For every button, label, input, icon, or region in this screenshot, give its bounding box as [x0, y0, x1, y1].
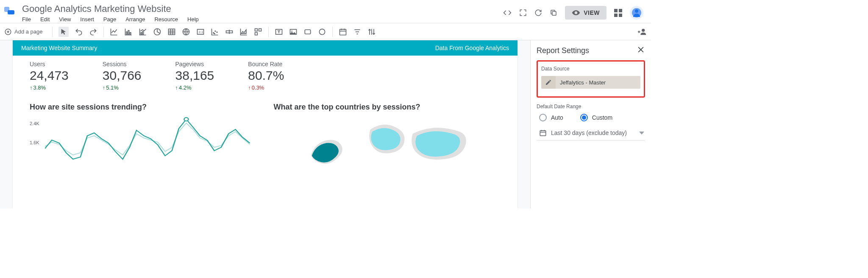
add-page-button[interactable]: Add a page [4, 28, 46, 36]
date-range-select[interactable]: Last 30 days (exclude today) [537, 127, 645, 140]
menu-insert[interactable]: Insert [80, 16, 94, 22]
menu-page[interactable]: Page [103, 16, 116, 22]
toolbar: Add a page 2.1 [0, 23, 651, 40]
date-range-radios: Auto Custom [537, 114, 645, 121]
line-chart-icon[interactable] [110, 28, 118, 36]
combo-chart-icon[interactable] [139, 28, 147, 36]
pie-chart-icon[interactable] [153, 28, 161, 36]
date-range-icon[interactable] [339, 28, 347, 36]
svg-rect-10 [168, 29, 175, 34]
scorecard-value: 80.7% [248, 68, 284, 83]
data-source-label: Data Source [541, 66, 640, 72]
bullet-chart-icon[interactable] [225, 28, 234, 36]
table-chart-icon[interactable] [167, 28, 176, 36]
filter-control-icon[interactable] [353, 28, 362, 36]
eye-icon [572, 8, 580, 17]
settings-panel: Report Settings Data Source Jeffalytics … [530, 40, 651, 208]
scorecard-icon[interactable]: 2.1 [196, 28, 205, 36]
undo-icon[interactable] [75, 28, 83, 36]
report-sections: How are site sessions trending? 2.4K 1.6… [13, 94, 517, 180]
account-avatar[interactable] [630, 6, 643, 20]
rectangle-icon[interactable] [303, 28, 312, 36]
svg-rect-7 [141, 32, 142, 34]
add-page-label: Add a page [14, 28, 43, 35]
calendar-icon [539, 129, 547, 137]
app-logo [4, 5, 16, 17]
scorecard-label: Sessions [103, 61, 142, 67]
svg-point-20 [217, 32, 217, 33]
y-tick: 2.4K [30, 121, 39, 126]
image-icon[interactable] [289, 28, 298, 36]
svg-rect-32 [305, 30, 310, 34]
redo-icon[interactable] [89, 28, 97, 36]
svg-rect-24 [255, 28, 257, 31]
document-title[interactable]: Google Analytics Marketing Website [20, 3, 199, 15]
select-tool-icon[interactable] [58, 27, 69, 37]
apps-icon[interactable] [614, 9, 622, 17]
scorecard-delta: 4.2% [175, 84, 214, 91]
svg-point-33 [319, 29, 325, 34]
date-range-value: Last 30 days (exclude today) [551, 129, 627, 136]
circle-icon[interactable] [318, 28, 326, 36]
add-people-icon[interactable] [637, 27, 647, 37]
app-header: Google Analytics Marketing Website File … [0, 0, 651, 23]
data-source-select[interactable]: Jeffalytics - Master [541, 76, 640, 89]
close-icon[interactable] [637, 45, 645, 56]
scorecard-delta: 0.3% [248, 84, 284, 91]
arrow-up-icon [30, 84, 33, 91]
y-tick: 1.6K [30, 140, 39, 145]
scorecard-pageviews[interactable]: Pageviews 38,165 4.2% [175, 61, 214, 91]
report-page: Marketing Website Summary Data From Goog… [13, 40, 517, 208]
radio-label: Custom [592, 114, 612, 121]
refresh-icon[interactable] [534, 9, 542, 17]
scorecard-delta: 5.1% [103, 84, 142, 91]
scorecard-sessions[interactable]: Sessions 30,766 5.1% [103, 61, 142, 91]
svg-text:2.1: 2.1 [198, 30, 203, 34]
text-box-icon[interactable] [275, 28, 283, 36]
scorecard-bounce-rate[interactable]: Bounce Rate 80.7% 0.3% [248, 61, 284, 91]
radio-custom[interactable]: Custom [580, 114, 612, 121]
toolbar-separator [332, 27, 333, 37]
geo-map[interactable] [274, 117, 501, 180]
data-source-name: Jeffalytics - Master [556, 76, 640, 89]
svg-point-47 [184, 118, 188, 121]
scorecard-users[interactable]: Users 24,473 3.8% [30, 61, 69, 91]
arrow-up-icon [175, 84, 178, 91]
menu-view[interactable]: View [59, 16, 71, 22]
svg-rect-34 [339, 29, 346, 35]
map-svg [274, 117, 501, 180]
menu-edit[interactable]: Edit [40, 16, 50, 22]
panel-header: Report Settings [537, 45, 645, 56]
section-title: What are the top countries by sessions? [274, 103, 501, 112]
pivot-table-icon[interactable] [254, 28, 262, 36]
svg-rect-6 [130, 32, 131, 34]
menu-arrange[interactable]: Arrange [125, 16, 145, 22]
copy-icon[interactable] [550, 9, 557, 17]
svg-rect-25 [259, 28, 261, 31]
embed-icon[interactable] [503, 8, 512, 17]
scorecard-label: Bounce Rate [248, 61, 284, 67]
fullscreen-icon[interactable] [519, 9, 527, 17]
view-button[interactable]: VIEW [565, 6, 606, 20]
radio-auto[interactable]: Auto [539, 114, 563, 121]
scatter-chart-icon[interactable] [211, 28, 219, 36]
chevron-down-icon [639, 132, 644, 135]
data-source-box: Data Source Jeffalytics - Master [537, 60, 645, 98]
canvas[interactable]: Marketing Website Summary Data From Goog… [0, 40, 530, 208]
menu-resource[interactable]: Resource [154, 16, 178, 22]
data-control-icon[interactable] [367, 28, 376, 36]
menu-file[interactable]: File [22, 16, 31, 22]
svg-rect-8 [142, 31, 144, 34]
arrow-up-icon [103, 84, 106, 91]
scorecard-delta: 3.8% [30, 84, 69, 91]
scorecard-value: 38,165 [175, 68, 214, 83]
geo-chart-icon[interactable] [182, 28, 190, 36]
area-chart-icon[interactable] [239, 28, 248, 36]
menu-help[interactable]: Help [187, 16, 199, 22]
svg-rect-50 [540, 131, 546, 136]
edit-icon[interactable] [541, 76, 556, 89]
workspace: Marketing Website Summary Data From Goog… [0, 40, 651, 208]
panel-title: Report Settings [537, 46, 589, 55]
line-chart[interactable]: 2.4K 1.6K [30, 117, 257, 172]
bar-chart-icon[interactable] [124, 28, 133, 36]
